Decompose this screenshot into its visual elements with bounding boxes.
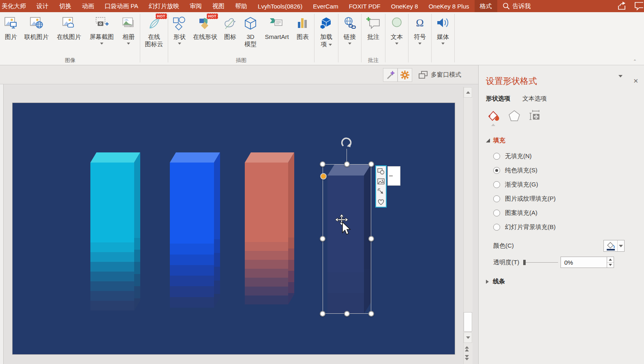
resize-arrow-icon[interactable]	[377, 188, 385, 196]
ribbon-tab-onekey-8[interactable]: OneKey 8	[386, 0, 424, 12]
ribbon-button-symbol[interactable]: Ω符号	[410, 12, 430, 57]
ribbon-button-3d-model[interactable]: 3D模型	[240, 12, 261, 57]
radio-button[interactable]	[493, 167, 500, 174]
thumbnail-pane-splitter[interactable]	[0, 84, 4, 364]
radio-button[interactable]	[493, 153, 500, 160]
ribbon-tab-幻灯片放映[interactable]: 幻灯片放映	[143, 0, 184, 12]
scroll-down-button[interactable]	[464, 332, 472, 343]
resize-handle-w[interactable]	[320, 236, 325, 242]
fill-option-2[interactable]: 渐变填充(G)	[486, 178, 644, 192]
comments-icon[interactable]	[634, 1, 643, 11]
bar-shape-4-selected[interactable]	[327, 165, 371, 314]
ribbon-button-media[interactable]: 媒体	[433, 12, 453, 57]
ribbon-button-text[interactable]: 文本	[387, 12, 407, 57]
ribbon-button-icon-cloud[interactable]: HOT在线图标云	[141, 12, 167, 57]
transparency-input[interactable]	[561, 257, 607, 268]
ribbon-tab-设计[interactable]: 设计	[31, 0, 54, 12]
resize-handle-ne[interactable]	[368, 161, 374, 167]
transparency-slider[interactable]	[523, 260, 558, 265]
fill-color-button[interactable]	[603, 240, 625, 252]
fill-option-3[interactable]: 图片或纹理填充(P)	[486, 192, 644, 206]
bar-shape-3[interactable]	[245, 152, 294, 304]
magic-wand-button[interactable]	[383, 68, 398, 82]
spinner-up-button[interactable]	[607, 257, 614, 263]
ribbon-tab-审阅[interactable]: 审阅	[184, 0, 207, 12]
insert-picture-icon[interactable]	[377, 178, 385, 186]
ribbon-button-shapes[interactable]: 形状	[169, 12, 190, 57]
fill-section-header[interactable]: 填充	[486, 137, 644, 144]
adjust-handle[interactable]	[320, 173, 327, 180]
pane-options-chevron-icon[interactable]	[618, 77, 623, 85]
ribbon-tab-美化大师[interactable]: 美化大师	[0, 0, 31, 12]
ribbon-button-chart[interactable]: 图表	[293, 12, 313, 57]
slide[interactable]	[12, 103, 455, 355]
collapse-triangle-icon	[486, 139, 490, 143]
tab-text-options[interactable]: 文本选项	[522, 95, 547, 103]
dropdown-arrow-icon	[127, 43, 130, 45]
spinner-down-button[interactable]	[607, 263, 614, 268]
ribbon-button-label: 在线图片	[57, 33, 81, 41]
ribbon-button-online-shapes[interactable]: HOT在线形状	[190, 12, 220, 57]
scroll-up-button[interactable]	[464, 87, 472, 98]
ribbon-tab-切换[interactable]: 切换	[54, 0, 77, 12]
radio-button[interactable]	[493, 195, 500, 202]
scrollbar-thumb[interactable]	[464, 312, 472, 332]
resize-handle-n[interactable]	[344, 161, 350, 167]
settings-gear-button[interactable]	[398, 68, 412, 82]
tell-me-search[interactable]: 告诉我	[497, 0, 536, 12]
ribbon-tab-口袋动画-pa[interactable]: 口袋动画 PA	[99, 0, 143, 12]
ribbon-tab-lvyhtools(0826)[interactable]: LvyhTools(0826)	[252, 0, 308, 12]
resize-handle-e[interactable]	[368, 236, 374, 242]
next-slide-button[interactable]	[465, 355, 469, 360]
ribbon-tab-onekey-8-plus[interactable]: OneKey 8 Plus	[423, 0, 474, 12]
rotate-handle-icon[interactable]	[339, 135, 355, 150]
resize-handle-nw[interactable]	[320, 161, 325, 167]
ribbon-tab-evercam[interactable]: EverCam	[308, 0, 344, 12]
heart-icon[interactable]	[377, 198, 385, 206]
ribbon-button-add-ins[interactable]: 加载项	[316, 12, 337, 57]
plugin-toolbar-row: 多窗口模式	[0, 66, 478, 84]
ribbon-button-picture[interactable]: 图片	[2, 12, 20, 57]
ribbon-button-photo-album[interactable]: 相册	[118, 12, 139, 57]
pane-close-icon[interactable]: ✕	[633, 77, 638, 85]
tab-shape-options[interactable]: 形状选项	[486, 95, 510, 103]
fill-line-category-button[interactable]	[486, 109, 501, 123]
fill-option-1[interactable]: 纯色填充(S)	[486, 163, 644, 178]
ribbon-tab-帮助[interactable]: 帮助	[230, 0, 252, 12]
previous-slide-button[interactable]	[465, 346, 469, 351]
ribbon-button-comment[interactable]: 批注	[363, 12, 384, 57]
ribbon-button-online-pictures[interactable]: 联机图片	[20, 12, 53, 57]
effects-category-button[interactable]	[507, 109, 522, 123]
ribbon-tab-视图[interactable]: 视图	[207, 0, 230, 12]
fill-option-5[interactable]: 幻灯片背景填充(B)	[486, 220, 644, 234]
ribbon-button-icons[interactable]: 图标	[220, 12, 240, 57]
bar-shape-2[interactable]	[170, 152, 220, 308]
radio-button[interactable]	[493, 210, 500, 216]
line-section-header[interactable]: 线条	[486, 278, 644, 285]
radio-button[interactable]	[493, 224, 500, 231]
resize-handle-se[interactable]	[368, 311, 374, 317]
ribbon-button-link[interactable]: 链接	[340, 12, 360, 57]
fill-option-0[interactable]: 无填充(N)	[486, 149, 644, 163]
size-properties-category-button[interactable]	[528, 109, 543, 123]
bar-shape-1[interactable]	[90, 152, 140, 310]
collapse-ribbon-icon[interactable]: ⌃	[633, 59, 637, 64]
ribbon-button-smartart[interactable]: SmartArt	[261, 12, 293, 57]
replace-shape-icon[interactable]	[377, 167, 385, 176]
screenshot-icon	[94, 16, 109, 30]
ribbon-tab-foxit-pdf[interactable]: FOXIT PDF	[344, 0, 386, 12]
mini-toolbar-flyout[interactable]	[387, 166, 400, 186]
ribbon-button-screenshot[interactable]: 屏幕截图	[85, 12, 118, 57]
multi-window-mode-button[interactable]: 多窗口模式	[412, 68, 467, 82]
radio-button[interactable]	[493, 181, 500, 188]
slider-track[interactable]	[526, 262, 558, 263]
color-dropdown-arrow[interactable]	[617, 240, 624, 251]
share-icon[interactable]	[616, 1, 627, 11]
ribbon-button-web-pictures[interactable]: 在线图片	[53, 12, 85, 57]
ribbon-tab-格式[interactable]: 格式	[475, 0, 497, 12]
ribbon-tab-动画[interactable]: 动画	[77, 0, 99, 12]
multi-window-label: 多窗口模式	[431, 71, 461, 79]
resize-handle-s[interactable]	[344, 311, 350, 317]
fill-option-4[interactable]: 图案填充(A)	[486, 206, 644, 220]
resize-handle-sw[interactable]	[320, 311, 325, 317]
